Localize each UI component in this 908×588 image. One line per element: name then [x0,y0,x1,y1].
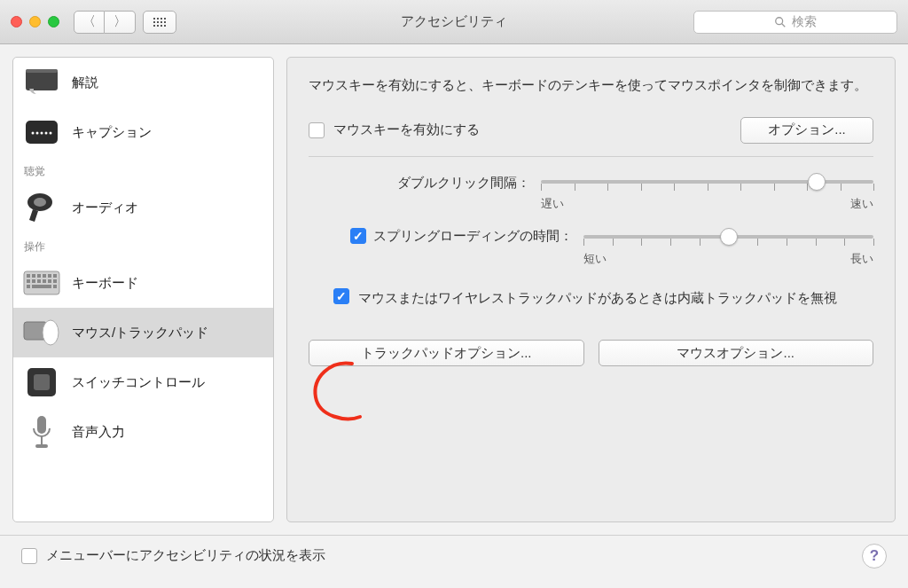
slider-min-label: 遅い [541,196,564,212]
svg-line-1 [782,23,786,27]
sidebar-group-hearing: 聴覚 [13,157,273,183]
double-click-slider[interactable]: 遅い 速い [541,173,873,212]
sidebar: 解説 キャプション 聴覚 オーディオ 操作 キーボード [12,57,274,522]
menubar-status-label: メニューバーにアクセシビリティの状況を表示 [46,547,325,564]
spring-loading-row: スプリングローディングの時間： 短い 長い [309,228,873,267]
enable-mouse-keys-label: マウスキーを有効にする [333,122,480,138]
sidebar-item-label: マウス/トラックパッド [72,325,208,341]
sidebar-item-narration[interactable]: 解説 [13,58,273,107]
footer: メニューバーにアクセシビリティの状況を表示 ? [0,535,908,576]
mouse-keys-row: マウスキーを有効にする オプション... [309,117,873,144]
slider-max-label: 長い [850,251,873,267]
svg-rect-22 [43,279,46,283]
svg-rect-23 [48,279,51,283]
svg-rect-16 [43,274,46,278]
forward-button[interactable]: 〉 [105,11,136,34]
svg-rect-14 [32,274,35,278]
keyboard-icon [22,265,61,301]
sidebar-item-switch-control[interactable]: スイッチコントロール [13,357,273,407]
svg-rect-32 [37,416,46,434]
bottom-buttons: トラックパッドオプション... マウスオプション... [309,340,873,366]
sidebar-item-label: スイッチコントロール [72,374,205,391]
svg-rect-17 [48,274,51,278]
dictation-icon [22,414,61,450]
menubar-status-row: メニューバーにアクセシビリティの状況を表示 [21,547,325,564]
search-input[interactable]: 検索 [693,11,897,34]
ignore-trackpad-label: マウスまたはワイヤレストラックパッドがあるときは内蔵トラックパッドを無視 [358,288,837,309]
sidebar-group-interaction: 操作 [13,232,273,258]
main-panel: マウスキーを有効にすると、キーボードのテンキーを使ってマウスポインタを制御できま… [286,57,896,522]
svg-rect-31 [34,374,50,390]
menubar-status-checkbox[interactable] [21,548,37,564]
sidebar-item-label: キーボード [72,275,138,292]
search-placeholder: 検索 [792,14,817,30]
maximize-button[interactable] [48,16,59,27]
svg-point-8 [45,132,48,135]
svg-rect-20 [32,279,35,283]
search-icon [774,16,787,28]
slider-max-label: 速い [850,196,873,212]
svg-rect-13 [27,274,30,278]
svg-rect-15 [37,274,41,278]
svg-rect-21 [37,279,41,283]
svg-point-29 [43,320,59,345]
spring-loading-checkbox[interactable] [350,228,366,244]
grid-icon [153,18,166,27]
trackpad-options-button[interactable]: トラックパッドオプション... [309,340,584,366]
svg-point-7 [41,132,43,135]
ignore-trackpad-checkbox[interactable] [333,288,349,304]
chevron-left-icon: 〈 [82,13,96,30]
ignore-trackpad-row: マウスまたはワイヤレストラックパッドがあるときは内蔵トラックパッドを無視 [333,288,873,309]
svg-rect-25 [27,285,30,288]
svg-rect-34 [35,444,48,448]
divider [309,156,873,157]
sidebar-item-keyboard[interactable]: キーボード [13,258,273,308]
double-click-row: ダブルクリック間隔： 遅い 速い [309,173,873,212]
svg-point-5 [32,132,35,135]
svg-point-11 [34,198,46,207]
minimize-button[interactable] [29,16,41,27]
svg-point-0 [776,17,783,24]
svg-point-6 [36,132,39,135]
sidebar-item-mouse-trackpad[interactable]: マウス/トラックパッド [13,308,273,357]
svg-rect-24 [53,279,57,283]
audio-icon [22,190,61,225]
sidebar-scroll[interactable]: 解説 キャプション 聴覚 オーディオ 操作 キーボード [13,58,273,521]
svg-rect-3 [26,69,58,73]
sidebar-item-caption[interactable]: キャプション [13,107,273,157]
svg-point-9 [50,132,52,135]
narration-icon [22,65,61,100]
spring-loading-label: スプリングローディングの時間： [373,228,573,245]
help-button[interactable]: ? [862,544,887,568]
caption-icon [22,114,61,150]
sidebar-item-dictation[interactable]: 音声入力 [13,407,273,457]
intro-text: マウスキーを有効にすると、キーボードのテンキーを使ってマウスポインタを制御できま… [309,75,873,96]
back-button[interactable]: 〈 [74,11,105,34]
close-button[interactable] [11,16,22,27]
spring-loading-slider[interactable]: 短い 長い [583,228,873,267]
options-button[interactable]: オプション... [740,117,873,144]
enable-mouse-keys-checkbox[interactable] [309,122,325,138]
window-controls [11,16,59,27]
slider-min-label: 短い [583,251,607,267]
sidebar-item-label: キャプション [72,124,152,141]
svg-rect-19 [27,279,30,283]
sidebar-item-label: 音声入力 [72,424,125,441]
mouse-options-button[interactable]: マウスオプション... [599,340,874,366]
svg-rect-18 [53,274,57,278]
titlebar: 〈 〉 アクセシビリティ 検索 [0,0,908,44]
double-click-label: ダブルクリック間隔： [309,173,530,192]
sidebar-item-label: 解説 [72,74,98,91]
sidebar-item-audio[interactable]: オーディオ [13,183,273,232]
svg-rect-27 [53,285,57,288]
switch-icon [22,365,61,400]
mouse-icon [22,315,61,350]
svg-rect-26 [32,285,51,288]
content-area: 解説 キャプション 聴覚 オーディオ 操作 キーボード [0,44,908,535]
sidebar-item-label: オーディオ [72,200,138,216]
chevron-right-icon: 〉 [114,13,127,30]
show-all-button[interactable] [143,11,176,34]
nav-buttons: 〈 〉 [74,11,136,34]
